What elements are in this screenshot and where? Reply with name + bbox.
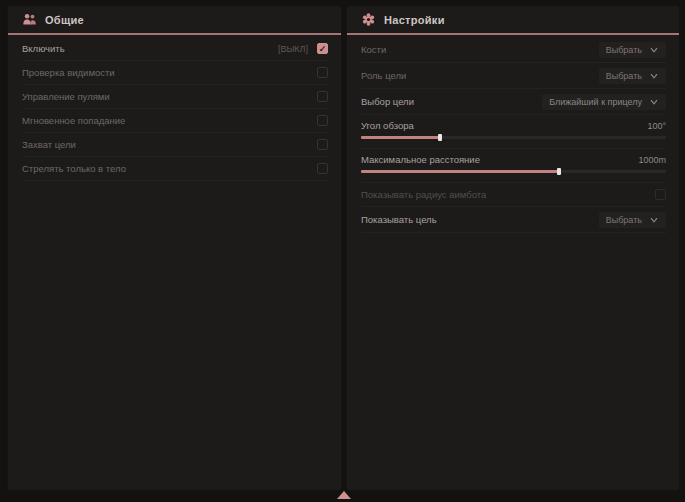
row-show-aimbot-radius: Показывать радиус аимбота — [361, 183, 666, 207]
row-fov-value: 100° — [647, 121, 666, 131]
row-bullet-control-checkbox[interactable] — [317, 91, 328, 102]
row-show-target-select-value: Выбрать — [606, 215, 642, 225]
row-max-distance-value: 1000m — [638, 155, 666, 165]
row-fov: Угол обзора 100° — [361, 115, 666, 149]
row-fov-label: Угол обзора — [361, 120, 414, 131]
row-enable-label: Включить — [22, 43, 65, 54]
row-bullet-control-label: Управление пулями — [22, 91, 110, 102]
row-target-role-select[interactable]: Выбрать — [599, 68, 666, 84]
row-target-lock: Захват цели — [22, 133, 328, 157]
chevron-down-icon — [649, 45, 659, 55]
row-instant-hit-checkbox[interactable] — [317, 115, 328, 126]
row-bullet-control: Управление пулями — [22, 85, 328, 109]
row-enable: Включить [ВЫКЛ] ✓ — [22, 37, 328, 61]
row-target-role-label: Роль цели — [361, 70, 406, 81]
scroll-up-indicator[interactable] — [337, 491, 351, 499]
row-target-role: Роль цели Выбрать — [361, 63, 666, 89]
max-distance-slider-handle[interactable] — [557, 168, 561, 175]
row-enable-hotkey: [ВЫКЛ] — [278, 44, 308, 54]
chevron-down-icon — [649, 97, 659, 107]
row-target-lock-checkbox[interactable] — [317, 139, 328, 150]
row-target-selection: Выбор цели Ближайший к прицелу — [361, 89, 666, 115]
row-target-selection-label: Выбор цели — [361, 96, 414, 107]
row-bones-select[interactable]: Выбрать — [599, 42, 666, 58]
row-visibility-check: Проверка видимости — [22, 61, 328, 85]
panel-general-title: Общие — [45, 14, 84, 26]
row-max-distance: Максимальное расстояние 1000m — [361, 149, 666, 183]
row-target-selection-select-value: Ближайший к прицелу — [549, 97, 642, 107]
panel-settings: Настройки Кости Выбрать Роль цели Выбрат… — [347, 6, 679, 490]
row-enable-checkbox[interactable]: ✓ — [317, 43, 328, 54]
row-target-role-select-value: Выбрать — [606, 71, 642, 81]
panel-settings-title: Настройки — [384, 14, 445, 26]
panel-general: Общие Включить [ВЫКЛ] ✓ Проверка видимос… — [8, 6, 341, 490]
row-body-only: Стрелять только в тело — [22, 157, 328, 181]
row-target-selection-select[interactable]: Ближайший к прицелу — [542, 94, 666, 110]
users-icon — [22, 12, 37, 27]
row-show-target-select[interactable]: Выбрать — [599, 212, 666, 228]
row-bones-label: Кости — [361, 44, 386, 55]
panel-general-header: Общие — [8, 6, 341, 35]
row-instant-hit: Мгновенное попадание — [22, 109, 328, 133]
fov-slider-fill — [361, 136, 440, 139]
panel-settings-header: Настройки — [347, 6, 679, 35]
fov-slider[interactable] — [361, 136, 666, 139]
row-show-aimbot-radius-label: Показывать радиус аимбота — [361, 189, 486, 200]
gear-icon — [361, 12, 376, 27]
max-distance-slider-fill — [361, 170, 559, 173]
chevron-down-icon — [649, 71, 659, 81]
row-body-only-label: Стрелять только в тело — [22, 163, 126, 174]
chevron-down-icon — [649, 215, 659, 225]
row-instant-hit-label: Мгновенное попадание — [22, 115, 125, 126]
row-show-aimbot-radius-checkbox[interactable] — [655, 189, 666, 200]
row-body-only-checkbox[interactable] — [317, 163, 328, 174]
row-target-lock-label: Захват цели — [22, 139, 76, 150]
row-show-target: Показывать цель Выбрать — [361, 207, 666, 233]
general-rows: Включить [ВЫКЛ] ✓ Проверка видимости Упр… — [8, 35, 341, 181]
row-max-distance-label: Максимальное расстояние — [361, 154, 480, 165]
fov-slider-handle[interactable] — [438, 134, 442, 141]
row-bones: Кости Выбрать — [361, 37, 666, 63]
settings-rows: Кости Выбрать Роль цели Выбрать — [347, 35, 679, 233]
row-visibility-check-label: Проверка видимости — [22, 67, 115, 78]
row-show-target-label: Показывать цель — [361, 214, 437, 225]
max-distance-slider[interactable] — [361, 170, 666, 173]
row-visibility-check-checkbox[interactable] — [317, 67, 328, 78]
aimbot-settings-window: Общие Включить [ВЫКЛ] ✓ Проверка видимос… — [0, 0, 685, 502]
row-bones-select-value: Выбрать — [606, 45, 642, 55]
